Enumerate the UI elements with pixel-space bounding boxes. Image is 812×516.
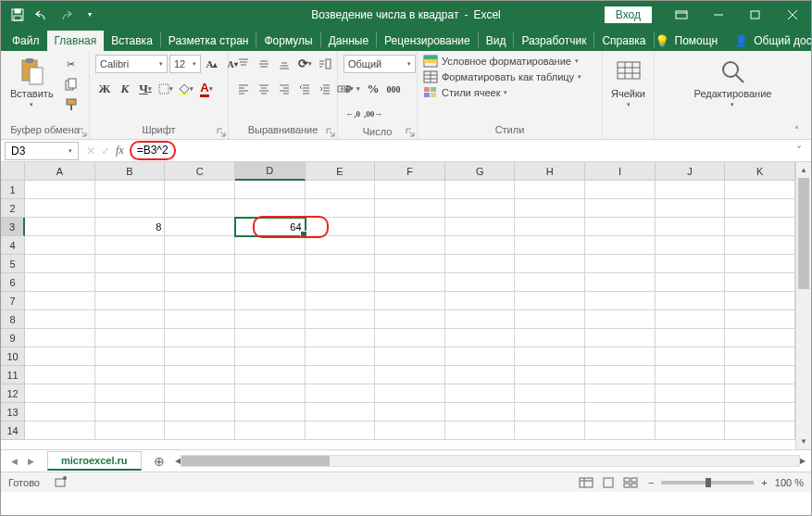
cell-D6[interactable] (235, 273, 306, 292)
cell-H2[interactable] (515, 199, 585, 218)
column-header[interactable]: D (235, 162, 306, 181)
cell-C13[interactable] (165, 403, 235, 422)
copy-icon[interactable] (61, 75, 81, 94)
dialog-launcher-icon[interactable] (326, 128, 335, 137)
editing-button[interactable]: Редактирование▾ (691, 55, 776, 110)
cell-I4[interactable] (585, 236, 656, 255)
cell-F2[interactable] (375, 199, 445, 218)
cell-H14[interactable] (515, 422, 585, 440)
cell-I9[interactable] (585, 329, 656, 347)
column-header[interactable]: E (306, 162, 376, 181)
cell-E1[interactable] (306, 181, 376, 199)
sheet-nav-next-icon[interactable]: ▶ (23, 454, 38, 469)
cell-B3[interactable]: 8 (95, 218, 166, 236)
cell-I6[interactable] (585, 273, 656, 292)
cell-C3[interactable] (165, 218, 235, 236)
tab-insert[interactable]: Вставка (104, 31, 160, 51)
cell-F14[interactable] (375, 422, 445, 440)
cell-I12[interactable] (585, 384, 656, 403)
tab-review[interactable]: Рецензирование (377, 31, 478, 51)
align-top-icon[interactable] (234, 55, 253, 73)
cell-A4[interactable] (25, 236, 95, 255)
row-header[interactable]: 9 (1, 329, 25, 347)
cell-B4[interactable] (95, 236, 166, 255)
cell-J13[interactable] (656, 403, 726, 422)
enter-formula-icon[interactable]: ✓ (101, 145, 110, 157)
cell-E9[interactable] (306, 329, 376, 347)
align-right-icon[interactable] (275, 80, 294, 98)
cell-B14[interactable] (95, 422, 166, 440)
tab-file[interactable]: Файл (5, 31, 47, 51)
scroll-thumb[interactable] (181, 456, 330, 466)
cell-I13[interactable] (585, 403, 656, 422)
row-header[interactable]: 5 (1, 255, 25, 273)
column-header[interactable]: F (375, 162, 445, 181)
column-header[interactable]: K (725, 162, 795, 181)
format-as-table-button[interactable]: Форматировать как таблицу▾ (423, 70, 581, 83)
row-header[interactable]: 4 (1, 236, 25, 255)
close-icon[interactable] (774, 1, 811, 28)
dialog-launcher-icon[interactable] (217, 128, 226, 137)
cell-D8[interactable] (235, 310, 306, 329)
decrease-indent-icon[interactable] (295, 80, 314, 98)
cell-J9[interactable] (656, 329, 726, 347)
cell-E5[interactable] (306, 255, 376, 273)
column-header[interactable]: A (25, 162, 95, 181)
row-header[interactable]: 6 (1, 273, 25, 292)
collapse-ribbon-icon[interactable]: ˄ (787, 123, 806, 137)
cell-H9[interactable] (515, 329, 585, 347)
paste-button[interactable]: Вставить ▾ (6, 55, 57, 110)
cell-E13[interactable] (306, 403, 376, 422)
cell-B10[interactable] (95, 347, 166, 366)
cell-F3[interactable] (375, 218, 445, 236)
cell-J7[interactable] (656, 292, 726, 310)
cell-J10[interactable] (656, 347, 726, 366)
name-box[interactable]: D3▾ (5, 142, 79, 160)
currency-icon[interactable]: ₽▾ (344, 80, 362, 98)
cell-K1[interactable] (725, 181, 795, 199)
cell-I1[interactable] (585, 181, 656, 199)
cell-G3[interactable] (445, 218, 516, 236)
row-header[interactable]: 2 (1, 199, 25, 218)
format-painter-icon[interactable] (61, 95, 81, 114)
page-break-view-icon[interactable] (620, 475, 641, 490)
cell-C9[interactable] (165, 329, 235, 347)
cell-D1[interactable] (235, 181, 306, 199)
cell-I8[interactable] (585, 310, 656, 329)
cell-G5[interactable] (445, 255, 516, 273)
cell-E12[interactable] (306, 384, 376, 403)
column-header[interactable]: B (95, 162, 166, 181)
cell-F1[interactable] (375, 181, 445, 199)
maximize-icon[interactable] (737, 1, 774, 28)
column-header[interactable]: C (165, 162, 235, 181)
sheet-tab[interactable]: microexcel.ru (47, 451, 142, 471)
cell-A7[interactable] (25, 292, 95, 310)
tell-me[interactable]: Помощн (673, 31, 720, 51)
cell-H7[interactable] (515, 292, 585, 310)
cell-J2[interactable] (656, 199, 726, 218)
horizontal-scrollbar[interactable]: ◀ ▶ (175, 453, 806, 469)
cell-K2[interactable] (725, 199, 795, 218)
minimize-icon[interactable] (700, 1, 737, 28)
cell-A6[interactable] (25, 273, 95, 292)
cell-J6[interactable] (656, 273, 726, 292)
cell-I5[interactable] (585, 255, 656, 273)
cell-D5[interactable] (235, 255, 306, 273)
column-header[interactable]: I (585, 162, 656, 181)
cell-A2[interactable] (25, 199, 95, 218)
cell-K14[interactable] (725, 422, 795, 440)
align-left-icon[interactable] (234, 80, 253, 98)
cell-B2[interactable] (95, 199, 166, 218)
add-sheet-icon[interactable]: ⊕ (149, 451, 169, 472)
cell-G10[interactable] (445, 347, 516, 366)
cell-D11[interactable] (235, 366, 306, 384)
row-header[interactable]: 13 (1, 403, 25, 422)
cell-F10[interactable] (375, 347, 445, 366)
cell-E11[interactable] (306, 366, 376, 384)
cell-B5[interactable] (95, 255, 166, 273)
fill-color-icon[interactable]: ▾ (177, 80, 195, 98)
font-color-icon[interactable]: А▾ (197, 80, 216, 98)
cell-J4[interactable] (656, 236, 726, 255)
tab-view[interactable]: Вид (479, 31, 514, 51)
cell-K6[interactable] (725, 273, 795, 292)
